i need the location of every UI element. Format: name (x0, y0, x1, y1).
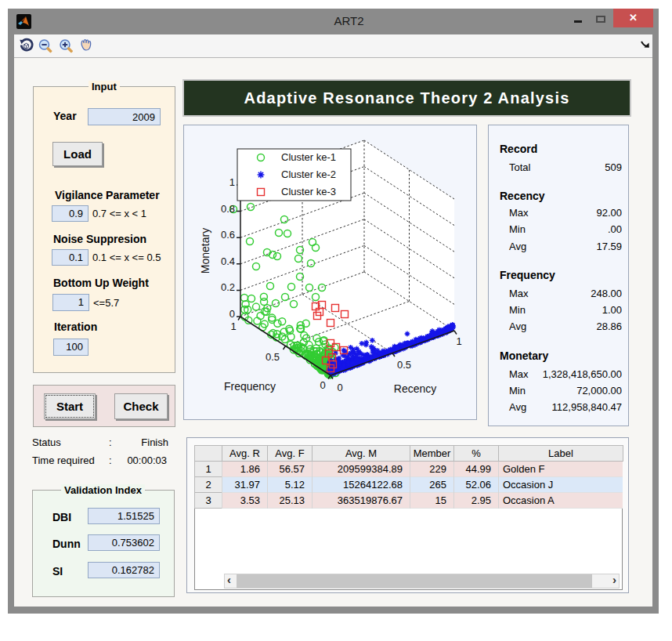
svg-text:1: 1 (456, 335, 461, 347)
svg-text:Recency: Recency (394, 382, 436, 395)
svg-text:Cluster ke-2: Cluster ke-2 (281, 168, 336, 180)
svg-text:0.8: 0.8 (221, 203, 235, 215)
svg-text:1: 1 (229, 176, 235, 188)
svg-text:0.6: 0.6 (221, 229, 235, 241)
svg-text:Cluster ke-1: Cluster ke-1 (281, 151, 336, 163)
svg-text:Cluster ke-3: Cluster ke-3 (281, 186, 336, 197)
svg-text:0.5: 0.5 (397, 359, 411, 371)
svg-text:Monetary: Monetary (199, 228, 211, 273)
svg-text:0.5: 0.5 (266, 351, 280, 363)
svg-text:0.4: 0.4 (221, 255, 235, 267)
svg-text:Frequency: Frequency (224, 380, 276, 393)
svg-text:0: 0 (337, 382, 342, 393)
svg-text:0.2: 0.2 (221, 281, 235, 293)
svg-text:0: 0 (229, 308, 235, 320)
svg-text:1: 1 (230, 320, 236, 332)
svg-text:0: 0 (320, 379, 325, 391)
